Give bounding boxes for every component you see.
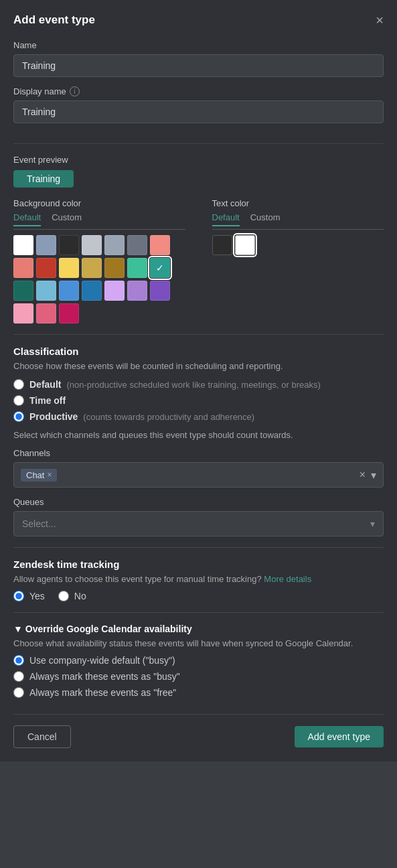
bg-tab-default[interactable]: Default — [13, 212, 41, 226]
close-button[interactable]: × — [376, 13, 384, 27]
divider-4 — [13, 612, 384, 613]
zendesk-label-yes: Yes — [29, 591, 45, 601]
bg-swatch-17[interactable] — [82, 281, 102, 301]
channels-section: Channels Chat × × ▾ — [13, 448, 384, 488]
google-calendar-desc: Choose what availability status these ev… — [13, 638, 384, 648]
google-calendar-radio-group: Use company-wide default ("busy") Always… — [13, 655, 384, 698]
bg-swatch-1[interactable] — [36, 235, 56, 255]
chat-tag-label: Chat — [26, 470, 44, 480]
bg-swatch-8[interactable] — [36, 258, 56, 278]
bg-swatch-7[interactable] — [13, 258, 33, 278]
classification-radio-productive[interactable] — [13, 411, 24, 422]
event-preview-badge: Training — [13, 170, 74, 188]
classification-desc: Choose how these events will be counted … — [13, 361, 384, 371]
gcal-option-always-free[interactable]: Always mark these events as "free" — [13, 687, 384, 698]
zendesk-section: Zendesk time tracking Allow agents to ch… — [13, 559, 384, 601]
bg-swatch-4[interactable] — [104, 235, 125, 255]
queues-title: Queues — [13, 497, 384, 507]
zendesk-more-details-link[interactable]: More details — [264, 574, 311, 584]
add-event-type-modal: Add event type × Name Display name i Eve… — [0, 0, 397, 762]
footer-buttons: Cancel Add event type — [13, 714, 384, 748]
queues-select[interactable]: Select... ▾ — [13, 511, 384, 536]
bg-swatch-18[interactable] — [104, 281, 125, 301]
gcal-radio-always-busy[interactable] — [13, 671, 24, 682]
text-swatch-0[interactable] — [212, 235, 232, 255]
bg-swatch-21[interactable] — [13, 303, 33, 323]
bg-swatch-20[interactable] — [150, 281, 170, 301]
bg-swatch-23[interactable] — [59, 303, 79, 323]
bg-tab-custom[interactable]: Custom — [52, 212, 82, 226]
classification-option-timeoff[interactable]: Time off — [13, 395, 384, 406]
classification-radio-default[interactable] — [13, 379, 24, 390]
classification-radio-timeoff[interactable] — [13, 395, 24, 406]
classification-section: Classification Choose how these events w… — [13, 346, 384, 440]
display-name-field-container: Display name i — [13, 86, 384, 133]
bg-swatch-3[interactable] — [82, 235, 102, 255]
zendesk-label-no: No — [74, 591, 86, 601]
bg-swatch-6[interactable] — [150, 235, 170, 255]
background-color-column: Background color Default Custom ✓ — [13, 198, 185, 323]
display-name-input[interactable] — [13, 100, 384, 123]
bg-swatch-15[interactable] — [36, 281, 56, 301]
google-calendar-header[interactable]: ▼ Override Google Calendar availability — [13, 624, 384, 634]
cancel-button[interactable]: Cancel — [13, 725, 71, 748]
gcal-radio-always-free[interactable] — [13, 687, 24, 698]
name-input[interactable] — [13, 54, 384, 77]
bg-swatch-10[interactable] — [82, 258, 102, 278]
channels-controls: × ▾ — [360, 469, 376, 482]
bg-swatch-22[interactable] — [36, 303, 56, 323]
zendesk-radio-no[interactable] — [58, 591, 69, 601]
gcal-option-always-busy[interactable]: Always mark these events as "busy" — [13, 671, 384, 682]
classification-option-productive[interactable]: Productive (counts towards productivity … — [13, 411, 384, 422]
bg-swatch-2[interactable] — [59, 235, 79, 255]
gcal-label-company-default: Use company-wide default ("busy") — [29, 655, 175, 666]
queues-chevron-icon: ▾ — [370, 518, 375, 529]
classification-sublabel-default: (non-productive scheduled work like trai… — [66, 380, 320, 390]
gcal-radio-company-default[interactable] — [13, 655, 24, 666]
zendesk-option-no[interactable]: No — [58, 591, 86, 601]
classification-option-default[interactable]: Default (non-productive scheduled work l… — [13, 379, 384, 390]
divider-2 — [13, 334, 384, 335]
divider-1 — [13, 143, 384, 144]
classification-radio-group: Default (non-productive scheduled work l… — [13, 379, 384, 422]
info-icon[interactable]: i — [70, 86, 80, 96]
gcal-option-company-default[interactable]: Use company-wide default ("busy") — [13, 655, 384, 666]
bg-swatch-16[interactable] — [59, 281, 79, 301]
bg-swatch-0[interactable] — [13, 235, 33, 255]
color-section: Background color Default Custom ✓ — [13, 198, 384, 323]
bg-swatch-9[interactable] — [59, 258, 79, 278]
chat-tag-remove[interactable]: × — [47, 470, 52, 480]
bg-swatch-5[interactable] — [127, 235, 147, 255]
name-label: Name — [13, 40, 384, 50]
text-tab-custom[interactable]: Custom — [250, 212, 281, 226]
channels-chevron-icon[interactable]: ▾ — [371, 469, 376, 482]
text-color-swatches: ✓ — [212, 235, 384, 255]
name-field-container: Name — [13, 40, 384, 86]
background-color-swatches: ✓ — [13, 235, 185, 323]
modal-header: Add event type × — [13, 13, 384, 27]
bg-swatch-12[interactable] — [127, 258, 147, 278]
zendesk-option-yes[interactable]: Yes — [13, 591, 45, 601]
text-color-title: Text color — [212, 198, 384, 208]
bg-swatch-14[interactable] — [13, 281, 33, 301]
gcal-label-always-free: Always mark these events as "free" — [29, 687, 176, 698]
text-tab-default[interactable]: Default — [212, 212, 240, 226]
gcal-label-always-busy: Always mark these events as "busy" — [29, 671, 180, 682]
classification-label-productive: Productive — [29, 411, 78, 422]
add-event-type-button[interactable]: Add event type — [295, 726, 384, 747]
bg-swatch-13[interactable]: ✓ — [150, 258, 170, 278]
bg-swatch-19[interactable] — [127, 281, 147, 301]
text-color-tabs: Default Custom — [212, 212, 384, 230]
zendesk-yes-no-group: Yes No — [13, 591, 384, 601]
bg-swatch-11[interactable] — [104, 258, 125, 278]
channels-queues-label: Select which channels and queues this ev… — [13, 430, 384, 440]
text-swatch-1[interactable]: ✓ — [235, 235, 255, 255]
channels-clear-icon[interactable]: × — [360, 469, 366, 481]
classification-title: Classification — [13, 346, 384, 357]
zendesk-radio-yes[interactable] — [13, 591, 24, 601]
background-color-title: Background color — [13, 198, 185, 208]
channels-multiselect[interactable]: Chat × × ▾ — [13, 462, 384, 488]
queues-placeholder: Select... — [22, 518, 56, 529]
event-preview-section: Event preview Training — [13, 155, 384, 198]
divider-3 — [13, 547, 384, 548]
